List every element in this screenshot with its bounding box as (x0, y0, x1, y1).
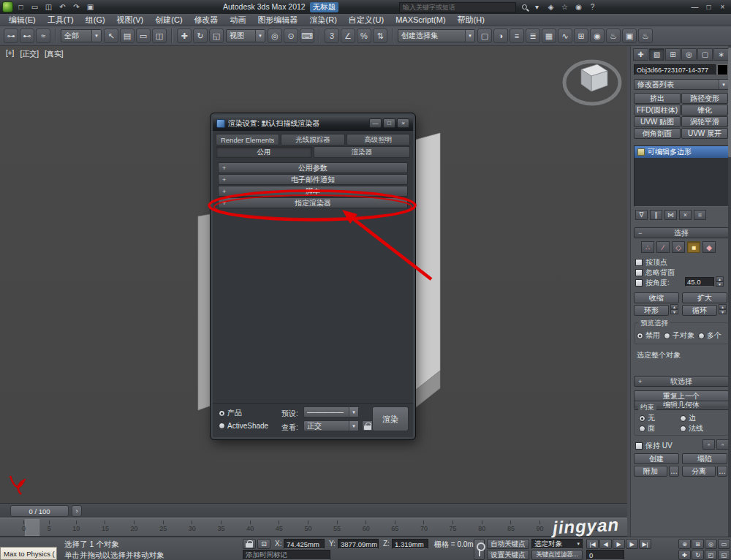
constraint-radio[interactable]: 面 (639, 423, 680, 434)
redo-icon[interactable]: ↷ (70, 1, 83, 12)
by-vertex-checkbox[interactable]: 按顶点 (635, 257, 667, 268)
dialog-close-button[interactable]: × (397, 118, 409, 128)
percent-snap-icon[interactable]: % (357, 29, 371, 43)
previous-frame-icon[interactable]: ◀ (599, 539, 612, 549)
angle-snap-icon[interactable]: ∠ (341, 29, 355, 43)
view-cube[interactable] (564, 61, 620, 104)
select-and-rotate-icon[interactable]: ↻ (193, 29, 208, 43)
target-production-radio[interactable]: 产品 (219, 408, 242, 418)
angle-field[interactable]: 45.0 (685, 277, 714, 287)
keyboard-override-icon[interactable]: ⌨ (300, 29, 314, 43)
repeat-last-button[interactable]: 重复上一个 (634, 390, 729, 401)
constraint-radio[interactable]: 法线 (680, 423, 721, 434)
select-object-icon[interactable]: ↖ (104, 29, 118, 43)
rollout-header[interactable]: + 指定渲染器 (218, 197, 408, 208)
layer-manager-icon[interactable]: ≣ (526, 29, 540, 43)
select-by-name-icon[interactable]: ▤ (120, 29, 135, 43)
by-angle-checkbox[interactable]: 按角度: (635, 278, 670, 288)
element-icon[interactable]: ◆ (702, 241, 716, 253)
next-frame-icon[interactable]: ▶ (626, 539, 638, 549)
vertex-icon[interactable]: ∴ (641, 241, 654, 253)
render-setup-icon[interactable]: ♨ (606, 29, 621, 43)
selection-set-dropdown[interactable]: 选定对象▾ (531, 539, 583, 549)
dialog-minimize-button[interactable]: — (369, 118, 382, 128)
selection-lock-toggle[interactable] (243, 539, 256, 549)
auto-key-button[interactable]: 自动关键点 (487, 539, 529, 549)
create-tab-icon[interactable]: ✚ (633, 48, 648, 61)
rollout-header[interactable]: + 电子邮件通知 (218, 174, 408, 185)
rendered-frame-icon[interactable]: ▣ (622, 29, 637, 43)
dialog-maximize-button[interactable]: □ (383, 118, 395, 128)
dialog-titlebar[interactable]: 渲染设置: 默认扫描线渲染器 —□× (213, 116, 413, 131)
schematic-view-icon[interactable]: ⊞ (574, 29, 588, 43)
collapse-button[interactable]: 塌陷 (682, 453, 727, 464)
menu-item[interactable]: 工具(T) (42, 14, 80, 26)
ignore-backfacing-checkbox[interactable]: 忽略背面 (635, 268, 675, 278)
modifier-preset-button[interactable]: 涡轮平滑 (681, 116, 728, 127)
pan-view-icon[interactable]: ✚ (678, 550, 691, 560)
object-color-swatch[interactable] (717, 64, 728, 75)
set-keys-button[interactable]: 设置关键点 (487, 550, 529, 560)
menu-item[interactable]: 自定义(U) (343, 14, 390, 26)
menu-item[interactable]: 视图(V) (111, 14, 150, 26)
select-and-move-icon[interactable]: ✚ (177, 29, 192, 43)
menu-item[interactable]: MAXScript(M) (390, 14, 451, 26)
detach-options-button[interactable]: … (717, 466, 727, 477)
track-bar[interactable]: 0 5 10 15 20 25 (0, 518, 627, 537)
minimize-button[interactable]: — (689, 1, 701, 12)
target-activeshade-radio[interactable]: ActiveShade (219, 422, 268, 430)
menu-item[interactable]: 修改器 (189, 14, 224, 26)
make-unique-icon[interactable]: ⋈ (664, 210, 677, 220)
dialog-tab[interactable]: 公用 (216, 146, 312, 158)
z-coordinate-field[interactable]: 1.319mm (392, 539, 428, 549)
modifier-preset-button[interactable]: UVW 展开 (681, 128, 728, 139)
set-key-mode-button[interactable] (474, 539, 485, 560)
edit-named-selections-icon[interactable]: ▢ (477, 29, 492, 43)
detach-button[interactable]: 分离 (682, 466, 716, 477)
named-selection-dropdown[interactable]: 创建选择集▾ (398, 29, 475, 42)
soft-selection-rollout-header[interactable]: +软选择 (634, 376, 729, 387)
snaps-toggle-icon[interactable]: 3 (325, 29, 339, 43)
modifier-preset-button[interactable]: 路径变形 (681, 93, 728, 104)
new-scene-icon[interactable]: □ (15, 1, 27, 12)
reference-coordinate-dropdown[interactable]: 视图▾ (226, 29, 265, 42)
attach-button[interactable]: 附加 (634, 466, 667, 477)
y-coordinate-field[interactable]: 3877.09mm (338, 539, 379, 549)
project-folder-icon[interactable]: ▣ (84, 1, 96, 12)
modifier-preset-button[interactable]: UVW 贴图 (634, 116, 681, 127)
go-to-end-icon[interactable]: ▶| (639, 539, 651, 549)
menu-item[interactable]: 创建(C) (149, 14, 188, 26)
3dsmax-logo-icon[interactable] (2, 1, 13, 12)
loop-button[interactable]: 循环 (682, 305, 717, 316)
selection-rollout-header[interactable]: −选择 (634, 227, 729, 238)
grow-button[interactable]: 扩大 (682, 292, 727, 303)
rollout-header[interactable]: + 公用参数 (218, 162, 408, 173)
mini-listener-button[interactable]: Max to Physics ( (0, 547, 57, 560)
menu-item[interactable]: 动画 (224, 14, 252, 26)
field-of-view-icon[interactable]: ◰ (705, 550, 717, 560)
curve-editor-icon[interactable]: ∿ (558, 29, 572, 43)
motion-tab-icon[interactable]: ◎ (681, 48, 697, 61)
close-button[interactable]: × (716, 1, 729, 12)
preserve-uv-settings-icon[interactable]: ▫ (702, 439, 715, 450)
preview-radio[interactable]: 子对象 (664, 330, 694, 341)
menu-item[interactable]: 帮助(H) (452, 14, 491, 26)
menu-item[interactable]: 渲染(R) (304, 14, 343, 26)
modify-tab-icon[interactable]: ▧ (649, 48, 664, 61)
menu-item[interactable]: 编辑(E) (3, 14, 42, 26)
edge-icon[interactable]: ∕ (656, 241, 670, 253)
time-tag-field[interactable]: 添加时间标记 (243, 550, 330, 560)
next-frame-step-button[interactable]: › (72, 505, 82, 517)
spinner-snap-icon[interactable]: ⇅ (373, 29, 387, 43)
time-slider[interactable]: 0 / 100 (10, 505, 69, 517)
restore-button[interactable]: □ (702, 1, 715, 12)
window-crossing-icon[interactable]: ◫ (152, 29, 167, 43)
utilities-tab-icon[interactable]: ∗ (713, 48, 729, 61)
loop-spinner[interactable]: ▴▾ (719, 304, 727, 314)
zoom-all-icon[interactable]: ⊞ (692, 539, 704, 549)
key-filters-button[interactable]: 关键点过滤器... (531, 550, 583, 560)
dialog-tab[interactable]: Render Elements (216, 134, 279, 145)
orbit-icon[interactable]: ↻ (692, 550, 704, 560)
object-name-field[interactable]: Obj3d66-723107-14-377 (634, 64, 716, 75)
x-coordinate-field[interactable]: 74.425mm (284, 539, 325, 549)
